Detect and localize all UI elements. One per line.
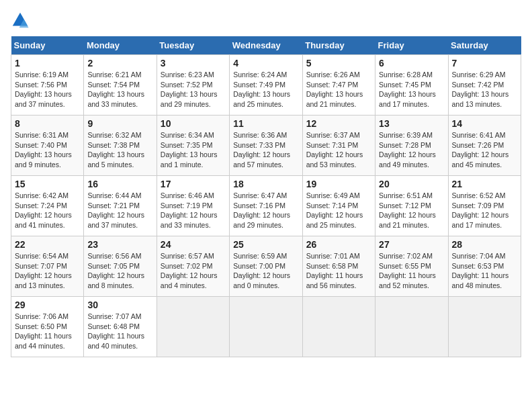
day-info: Sunrise: 6:36 AM Sunset: 7:33 PM Dayligh…	[233, 130, 298, 170]
day-number: 27	[379, 239, 444, 250]
calendar-cell	[302, 297, 375, 357]
day-info: Sunrise: 6:46 AM Sunset: 7:19 PM Dayligh…	[161, 191, 226, 230]
calendar-cell: 16Sunrise: 6:44 AM Sunset: 7:21 PM Dayli…	[84, 176, 157, 236]
day-number: 17	[161, 179, 226, 189]
day-number: 12	[306, 118, 371, 129]
calendar-cell: 13Sunrise: 6:39 AM Sunset: 7:28 PM Dayli…	[375, 116, 448, 176]
calendar-cell: 7Sunrise: 6:29 AM Sunset: 7:42 PM Daylig…	[448, 55, 521, 116]
calendar-week-1: 8Sunrise: 6:31 AM Sunset: 7:40 PM Daylig…	[11, 116, 521, 176]
day-number: 11	[233, 118, 298, 129]
day-info: Sunrise: 6:19 AM Sunset: 7:56 PM Dayligh…	[15, 70, 80, 109]
calendar-cell: 3Sunrise: 6:23 AM Sunset: 7:52 PM Daylig…	[157, 55, 229, 116]
calendar-week-4: 29Sunrise: 7:06 AM Sunset: 6:50 PM Dayli…	[11, 297, 521, 357]
calendar-cell	[448, 297, 521, 357]
day-info: Sunrise: 6:28 AM Sunset: 7:45 PM Dayligh…	[379, 70, 444, 109]
calendar-cell: 24Sunrise: 6:57 AM Sunset: 7:02 PM Dayli…	[157, 236, 229, 297]
day-info: Sunrise: 6:34 AM Sunset: 7:35 PM Dayligh…	[161, 130, 226, 170]
day-info: Sunrise: 6:51 AM Sunset: 7:12 PM Dayligh…	[379, 191, 444, 230]
logo	[11, 11, 32, 30]
calendar-cell: 29Sunrise: 7:06 AM Sunset: 6:50 PM Dayli…	[11, 297, 84, 357]
day-info: Sunrise: 7:06 AM Sunset: 6:50 PM Dayligh…	[15, 312, 80, 351]
calendar-cell: 27Sunrise: 7:02 AM Sunset: 6:55 PM Dayli…	[375, 236, 448, 297]
calendar-cell: 10Sunrise: 6:34 AM Sunset: 7:35 PM Dayli…	[157, 116, 229, 176]
day-info: Sunrise: 6:59 AM Sunset: 7:00 PM Dayligh…	[233, 251, 298, 291]
calendar-cell	[375, 297, 448, 357]
day-info: Sunrise: 7:01 AM Sunset: 6:58 PM Dayligh…	[306, 251, 371, 291]
calendar-cell: 6Sunrise: 6:28 AM Sunset: 7:45 PM Daylig…	[375, 55, 448, 116]
calendar-cell: 23Sunrise: 6:56 AM Sunset: 7:05 PM Dayli…	[84, 236, 157, 297]
calendar-cell: 1Sunrise: 6:19 AM Sunset: 7:56 PM Daylig…	[11, 55, 84, 116]
day-info: Sunrise: 6:23 AM Sunset: 7:52 PM Dayligh…	[161, 70, 226, 109]
calendar-cell: 8Sunrise: 6:31 AM Sunset: 7:40 PM Daylig…	[11, 116, 84, 176]
day-info: Sunrise: 6:49 AM Sunset: 7:14 PM Dayligh…	[306, 191, 371, 230]
calendar-cell: 20Sunrise: 6:51 AM Sunset: 7:12 PM Dayli…	[375, 176, 448, 236]
day-number: 24	[161, 239, 226, 250]
day-number: 9	[87, 118, 152, 129]
day-info: Sunrise: 6:52 AM Sunset: 7:09 PM Dayligh…	[452, 191, 517, 230]
calendar-cell: 30Sunrise: 7:07 AM Sunset: 6:48 PM Dayli…	[84, 297, 157, 357]
day-number: 6	[379, 58, 444, 68]
day-number: 14	[452, 118, 517, 129]
calendar-cell	[157, 297, 229, 357]
day-number: 2	[87, 58, 152, 68]
day-number: 23	[87, 239, 152, 250]
day-info: Sunrise: 6:29 AM Sunset: 7:42 PM Dayligh…	[452, 70, 517, 109]
day-number: 30	[87, 300, 152, 310]
day-header-monday: Monday	[84, 36, 157, 55]
calendar-cell: 21Sunrise: 6:52 AM Sunset: 7:09 PM Dayli…	[448, 176, 521, 236]
calendar-cell	[230, 297, 302, 357]
day-info: Sunrise: 6:56 AM Sunset: 7:05 PM Dayligh…	[87, 251, 152, 291]
day-header-saturday: Saturday	[448, 36, 521, 55]
day-info: Sunrise: 7:07 AM Sunset: 6:48 PM Dayligh…	[87, 312, 152, 351]
day-info: Sunrise: 6:32 AM Sunset: 7:38 PM Dayligh…	[87, 130, 152, 170]
day-number: 5	[306, 58, 371, 68]
header	[11, 11, 521, 30]
calendar-cell: 2Sunrise: 6:21 AM Sunset: 7:54 PM Daylig…	[84, 55, 157, 116]
calendar-cell: 9Sunrise: 6:32 AM Sunset: 7:38 PM Daylig…	[84, 116, 157, 176]
day-number: 20	[379, 179, 444, 189]
day-info: Sunrise: 6:44 AM Sunset: 7:21 PM Dayligh…	[87, 191, 152, 230]
day-number: 18	[233, 179, 298, 189]
calendar-table: SundayMondayTuesdayWednesdayThursdayFrid…	[11, 36, 521, 357]
day-number: 7	[452, 58, 517, 68]
day-number: 3	[161, 58, 226, 68]
day-info: Sunrise: 7:02 AM Sunset: 6:55 PM Dayligh…	[379, 251, 444, 291]
calendar-week-2: 15Sunrise: 6:42 AM Sunset: 7:24 PM Dayli…	[11, 176, 521, 236]
day-info: Sunrise: 6:57 AM Sunset: 7:02 PM Dayligh…	[161, 251, 226, 291]
day-number: 13	[379, 118, 444, 129]
calendar-cell: 26Sunrise: 7:01 AM Sunset: 6:58 PM Dayli…	[302, 236, 375, 297]
day-info: Sunrise: 6:42 AM Sunset: 7:24 PM Dayligh…	[15, 191, 80, 230]
logo-icon	[11, 11, 30, 30]
day-header-thursday: Thursday	[302, 36, 375, 55]
day-info: Sunrise: 7:04 AM Sunset: 6:53 PM Dayligh…	[452, 251, 517, 291]
day-number: 26	[306, 239, 371, 250]
day-number: 16	[87, 179, 152, 189]
day-number: 25	[233, 239, 298, 250]
calendar-cell: 17Sunrise: 6:46 AM Sunset: 7:19 PM Dayli…	[157, 176, 229, 236]
calendar-week-0: 1Sunrise: 6:19 AM Sunset: 7:56 PM Daylig…	[11, 55, 521, 116]
calendar-cell: 18Sunrise: 6:47 AM Sunset: 7:16 PM Dayli…	[230, 176, 302, 236]
day-number: 8	[15, 118, 80, 129]
day-header-tuesday: Tuesday	[157, 36, 229, 55]
day-header-wednesday: Wednesday	[230, 36, 302, 55]
day-number: 22	[15, 239, 80, 250]
calendar-cell: 28Sunrise: 7:04 AM Sunset: 6:53 PM Dayli…	[448, 236, 521, 297]
day-number: 15	[15, 179, 80, 189]
day-info: Sunrise: 6:39 AM Sunset: 7:28 PM Dayligh…	[379, 130, 444, 170]
day-info: Sunrise: 6:21 AM Sunset: 7:54 PM Dayligh…	[87, 70, 152, 109]
day-number: 1	[15, 58, 80, 68]
calendar-cell: 4Sunrise: 6:24 AM Sunset: 7:49 PM Daylig…	[230, 55, 302, 116]
day-info: Sunrise: 6:24 AM Sunset: 7:49 PM Dayligh…	[233, 70, 298, 109]
day-info: Sunrise: 6:26 AM Sunset: 7:47 PM Dayligh…	[306, 70, 371, 109]
calendar-cell: 12Sunrise: 6:37 AM Sunset: 7:31 PM Dayli…	[302, 116, 375, 176]
day-number: 29	[15, 300, 80, 310]
day-number: 19	[306, 179, 371, 189]
day-info: Sunrise: 6:47 AM Sunset: 7:16 PM Dayligh…	[233, 191, 298, 230]
day-info: Sunrise: 6:54 AM Sunset: 7:07 PM Dayligh…	[15, 251, 80, 291]
calendar-cell: 5Sunrise: 6:26 AM Sunset: 7:47 PM Daylig…	[302, 55, 375, 116]
day-header-friday: Friday	[375, 36, 448, 55]
calendar-cell: 14Sunrise: 6:41 AM Sunset: 7:26 PM Dayli…	[448, 116, 521, 176]
calendar-cell: 15Sunrise: 6:42 AM Sunset: 7:24 PM Dayli…	[11, 176, 84, 236]
day-number: 21	[452, 179, 517, 189]
day-number: 28	[452, 239, 517, 250]
